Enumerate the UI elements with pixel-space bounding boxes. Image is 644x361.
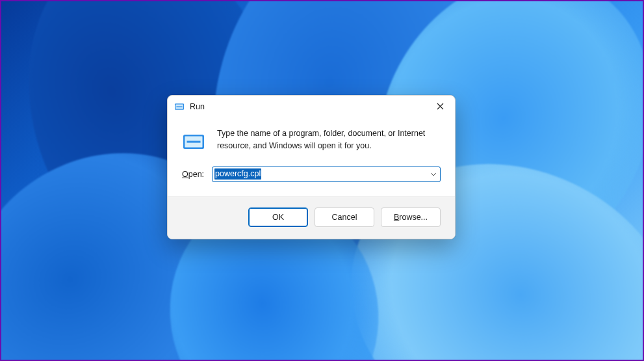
svg-rect-2 [176, 106, 182, 107]
dialog-title: Run [190, 102, 425, 111]
button-bar: OK Cancel Browse... [168, 196, 455, 239]
run-icon [174, 101, 185, 112]
close-icon [437, 101, 444, 113]
open-input[interactable] [212, 167, 441, 182]
titlebar[interactable]: Run [168, 96, 455, 117]
run-large-icon [182, 130, 205, 154]
open-label: Open: [182, 170, 204, 179]
close-button[interactable] [425, 96, 455, 117]
run-dialog: Run Type the name of a program, folder, … [167, 95, 456, 239]
svg-rect-5 [187, 141, 201, 143]
cancel-button[interactable]: Cancel [315, 207, 374, 227]
open-combobox[interactable]: powercfg.cpl [212, 167, 441, 182]
ok-button[interactable]: OK [248, 207, 308, 227]
dialog-description: Type the name of a program, folder, docu… [217, 127, 441, 154]
browse-button[interactable]: Browse... [381, 207, 441, 227]
